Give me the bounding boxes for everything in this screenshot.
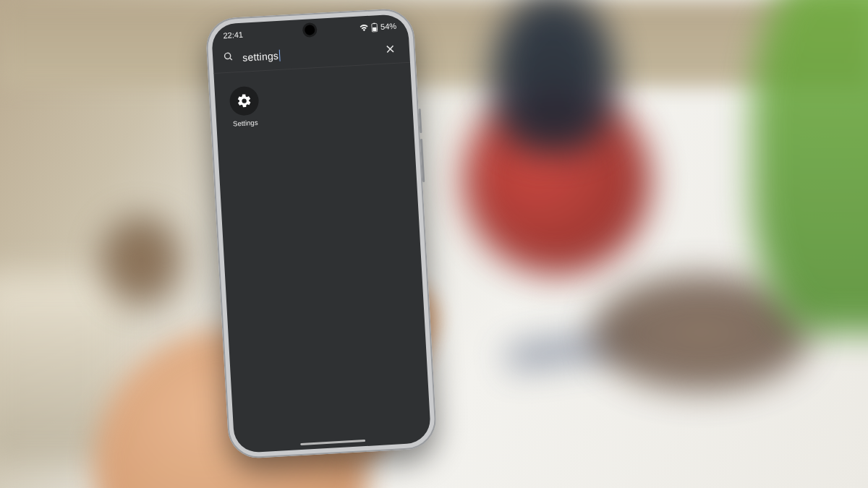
svg-rect-1: [373, 22, 375, 24]
clear-search-button[interactable]: [380, 39, 399, 59]
phone-screen: 22:41 54% settings: [211, 14, 432, 453]
battery-icon: [371, 22, 378, 32]
app-result-label: Settings: [233, 119, 258, 128]
status-time: 22:41: [223, 30, 243, 40]
svg-line-4: [230, 58, 232, 60]
search-input[interactable]: settings: [242, 43, 373, 64]
phone-frame: 22:41 54% settings: [205, 7, 438, 459]
search-value: settings: [242, 49, 279, 63]
battery-percent: 54%: [380, 22, 397, 31]
wifi-icon: [359, 24, 369, 32]
search-icon: [223, 51, 234, 65]
search-results: Settings: [213, 63, 414, 143]
svg-rect-2: [373, 27, 376, 31]
gear-icon: [229, 86, 260, 116]
text-cursor: [279, 49, 281, 61]
home-indicator[interactable]: [300, 440, 365, 445]
app-result-settings[interactable]: Settings: [221, 85, 269, 128]
